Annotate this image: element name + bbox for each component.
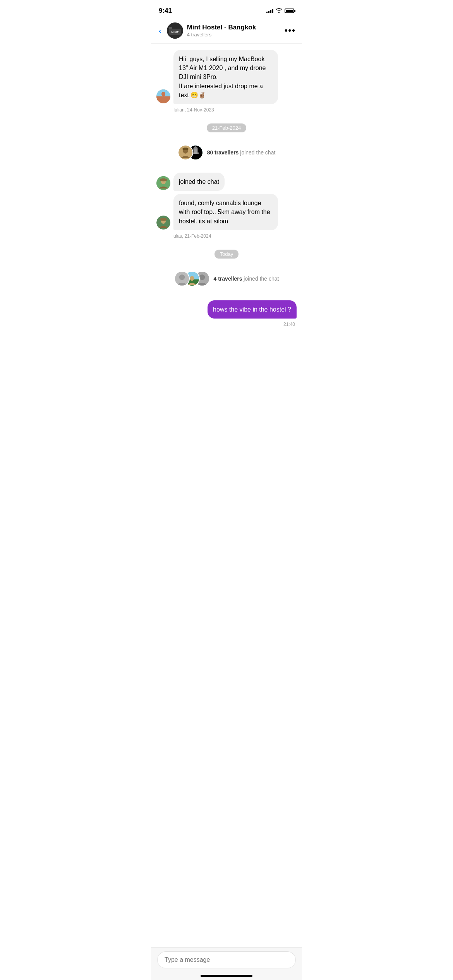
status-bar: 9:41 [151, 0, 302, 19]
message-bubble: hows the vibe in the hostel ? [208, 300, 297, 319]
message-group: found, comfy cannabis lounge with roof t… [156, 194, 297, 230]
svg-rect-24 [161, 178, 166, 180]
system-text: 4 travellers joined the chat [214, 276, 279, 282]
signal-bars-icon [266, 9, 273, 13]
message-meta: 21:40 [156, 322, 295, 327]
message-meta: Iulian, 24-Nov-2023 [173, 107, 297, 113]
avatar [174, 271, 190, 286]
date-pill: Today [214, 250, 239, 259]
avatar [156, 89, 170, 103]
system-message: 4 travellers joined the chat [156, 271, 297, 286]
date-pill: 21-Feb-2024 [207, 123, 246, 132]
chat-container: Hii guys, I selling my MacBook 13" Air M… [151, 44, 302, 370]
message-bubble: found, comfy cannabis lounge with roof t… [173, 194, 278, 230]
status-time: 9:41 [159, 7, 172, 15]
message-meta: ulas, 21-Feb-2024 [173, 233, 297, 239]
system-count: 4 travellers [214, 276, 242, 282]
date-divider: Today [156, 250, 297, 259]
system-avatars [174, 271, 210, 286]
system-count: 80 travellers [207, 149, 239, 156]
wifi-icon [276, 8, 282, 14]
system-text: 80 travellers joined the chat [207, 149, 276, 156]
battery-icon [285, 9, 294, 13]
avatar [178, 145, 193, 160]
avatar [156, 176, 170, 190]
message-text: hows the vibe in the hostel ? [213, 306, 291, 313]
more-options-button[interactable]: ••• [285, 26, 296, 36]
message-text: Hii guys, I selling my MacBook 13" Air M… [179, 56, 266, 98]
back-button[interactable]: ‹ [157, 25, 163, 37]
svg-rect-13 [183, 147, 187, 149]
message-bubble: joined the chat [173, 173, 225, 191]
status-icons [266, 8, 294, 14]
svg-point-34 [190, 276, 194, 281]
svg-text:MINT: MINT [171, 31, 178, 34]
message-text: joined the chat [179, 178, 219, 185]
message-group: joined the chat [156, 173, 297, 191]
svg-rect-28 [161, 218, 166, 220]
chat-header: ‹ MINT Mint Hostel - Bangkok 4 traveller… [151, 19, 302, 44]
chat-subtitle: 4 travellers [187, 32, 285, 38]
chat-title: Mint Hostel - Bangkok [187, 24, 285, 31]
header-info: Mint Hostel - Bangkok 4 travellers [187, 24, 285, 38]
system-message: 80 travellers joined the chat [156, 145, 297, 160]
date-divider: 21-Feb-2024 [156, 123, 297, 132]
avatar [156, 216, 170, 230]
message-group: hows the vibe in the hostel ? [156, 300, 297, 319]
system-avatars [178, 145, 203, 160]
message-group: Hii guys, I selling my MacBook 13" Air M… [156, 50, 297, 104]
svg-rect-9 [156, 89, 170, 103]
message-text: found, comfy cannabis lounge with roof t… [179, 200, 270, 224]
message-bubble: Hii guys, I selling my MacBook 13" Air M… [173, 50, 278, 104]
svg-point-36 [199, 274, 204, 280]
header-avatar: MINT [167, 22, 183, 39]
svg-rect-3 [169, 27, 172, 29]
svg-point-30 [179, 274, 184, 280]
